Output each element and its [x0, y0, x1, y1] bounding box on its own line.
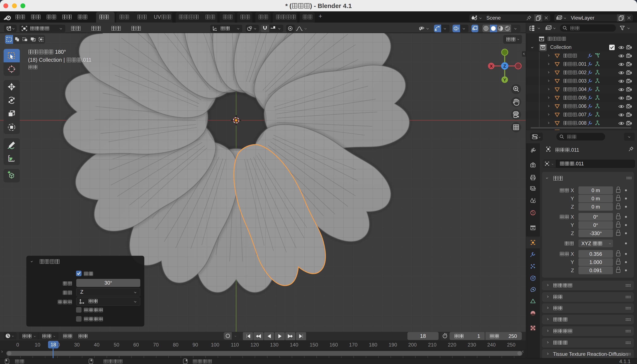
svg-text:X: X: [490, 64, 493, 68]
svg-text:Z: Z: [503, 64, 506, 69]
svg-text:Y: Y: [503, 77, 506, 82]
